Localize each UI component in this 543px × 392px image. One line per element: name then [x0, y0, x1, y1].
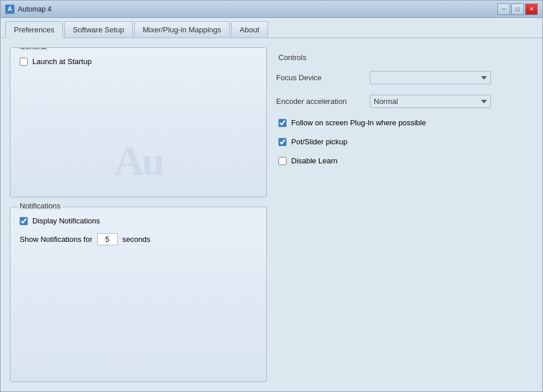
tab-software-setup[interactable]: Software Setup	[64, 21, 133, 38]
window-controls: ─ □ ✕	[497, 3, 538, 15]
controls-group: Controls Focus Device Encoder accelerati…	[276, 47, 533, 165]
show-notifications-row: Show Notifications for seconds	[20, 233, 257, 245]
main-window: A Automap 4 ─ □ ✕ Preferences Software S…	[0, 0, 543, 392]
window-title: Automap 4	[18, 5, 497, 13]
encoder-acceleration-label: Encoder acceleration	[276, 97, 363, 106]
launch-at-startup-label: Launch at Startup	[32, 57, 92, 66]
encoder-acceleration-row: Encoder acceleration Normal Slow Fast	[276, 95, 533, 108]
launch-at-startup-row: Launch at Startup	[20, 57, 257, 66]
show-for-unit: seconds	[122, 235, 150, 244]
pot-slider-row: Pot/Slider pickup	[276, 137, 533, 146]
tabs-bar: Preferences Software Setup Mixer/Plug-in…	[1, 18, 542, 38]
show-for-input[interactable]	[97, 233, 118, 245]
restore-button[interactable]: □	[511, 3, 524, 15]
focus-device-select[interactable]	[370, 71, 491, 84]
launch-at-startup-checkbox[interactable]	[20, 58, 28, 66]
disable-learn-checkbox[interactable]	[278, 157, 287, 165]
pot-slider-checkbox[interactable]	[278, 138, 287, 146]
pot-slider-label: Pot/Slider pickup	[291, 137, 348, 146]
tab-content: General Launch at Startup Au Notificatio…	[1, 38, 542, 391]
watermark: Au	[114, 137, 162, 185]
display-notifications-label: Display Notifications	[32, 216, 100, 225]
disable-learn-row: Disable Learn	[276, 156, 533, 165]
left-panel: General Launch at Startup Au Notificatio…	[10, 47, 267, 382]
general-group: General Launch at Startup Au	[10, 47, 267, 197]
notifications-group: Notifications Display Notifications Show…	[10, 207, 267, 382]
notifications-title: Notifications	[17, 201, 63, 210]
tab-preferences[interactable]: Preferences	[5, 21, 63, 38]
close-button[interactable]: ✕	[525, 3, 538, 15]
follow-plugin-row: Follow on screen Plug-In where possible	[276, 118, 533, 127]
display-notifications-row: Display Notifications	[20, 216, 257, 225]
general-title: General	[17, 47, 49, 51]
tab-mixer-plugins[interactable]: Mixer/Plug-in Mappings	[134, 21, 230, 38]
minimize-button[interactable]: ─	[497, 3, 510, 15]
app-icon: A	[5, 5, 14, 14]
title-bar: A Automap 4 ─ □ ✕	[1, 1, 542, 18]
display-notifications-checkbox[interactable]	[20, 217, 28, 225]
follow-plugin-label: Follow on screen Plug-In where possible	[291, 118, 426, 127]
right-panel: Controls Focus Device Encoder accelerati…	[276, 47, 533, 382]
focus-device-label: Focus Device	[276, 73, 363, 82]
focus-device-row: Focus Device	[276, 71, 533, 84]
tab-about[interactable]: About	[231, 21, 268, 38]
follow-plugin-checkbox[interactable]	[278, 119, 287, 127]
disable-learn-label: Disable Learn	[291, 156, 337, 165]
encoder-acceleration-select[interactable]: Normal Slow Fast	[370, 95, 491, 108]
controls-title: Controls	[276, 53, 533, 62]
show-for-label: Show Notifications for	[20, 235, 92, 244]
